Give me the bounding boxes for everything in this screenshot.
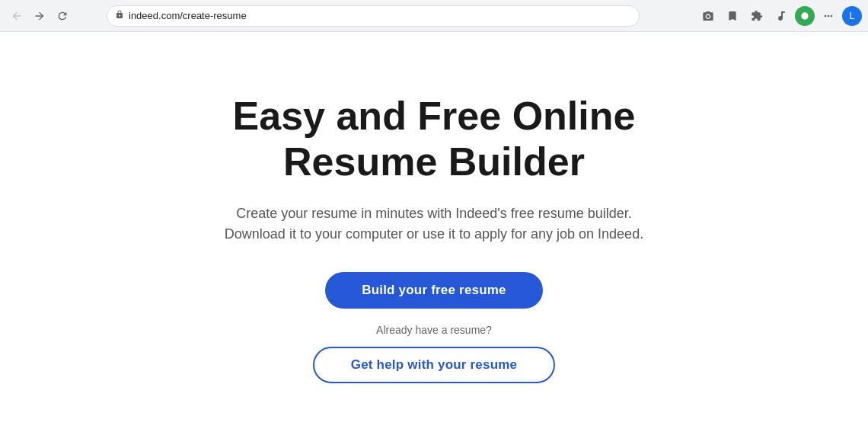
bookmark-button[interactable] bbox=[722, 5, 743, 27]
browser-chrome: indeed.com/create-resume L bbox=[0, 0, 868, 32]
browser-actions: L bbox=[697, 5, 862, 27]
forward-button[interactable] bbox=[29, 5, 50, 27]
extensions-button[interactable] bbox=[746, 5, 767, 27]
get-help-resume-button[interactable]: Get help with your resume bbox=[313, 347, 556, 383]
menu-button[interactable] bbox=[818, 5, 839, 27]
page-content: Easy and Free Online Resume Builder Crea… bbox=[0, 32, 868, 445]
page-title: Easy and Free Online Resume Builder bbox=[168, 94, 700, 185]
browser-navigation bbox=[6, 5, 73, 27]
url-text: indeed.com/create-resume bbox=[129, 10, 631, 21]
screenshot-button[interactable] bbox=[697, 5, 719, 27]
profile-button[interactable]: L bbox=[842, 6, 862, 26]
back-button[interactable] bbox=[6, 5, 27, 27]
media-button[interactable] bbox=[771, 5, 792, 27]
already-have-resume-text: Already have a resume? bbox=[376, 324, 492, 336]
page-subtitle: Create your resume in minutes with Indee… bbox=[221, 203, 647, 245]
address-bar[interactable]: indeed.com/create-resume bbox=[107, 5, 640, 27]
reload-button[interactable] bbox=[52, 5, 73, 27]
lock-icon bbox=[115, 10, 124, 21]
extension-icon[interactable] bbox=[795, 6, 815, 26]
build-resume-button[interactable]: Build your free resume bbox=[325, 272, 543, 309]
svg-point-0 bbox=[801, 12, 808, 19]
